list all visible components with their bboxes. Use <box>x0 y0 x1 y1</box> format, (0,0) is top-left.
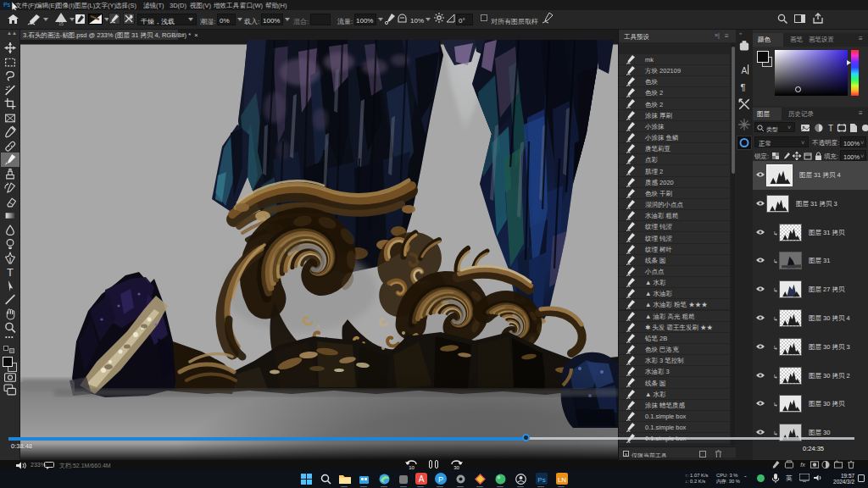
svg-text:T: T <box>7 266 14 278</box>
svg-text:P: P <box>438 475 443 484</box>
svg-text:A: A <box>742 66 748 75</box>
svg-text:¶: ¶ <box>740 82 745 92</box>
svg-text:A: A <box>419 474 425 484</box>
svg-text:Ps: Ps <box>537 476 545 484</box>
svg-text:fx: fx <box>800 461 805 469</box>
svg-text:15: 15 <box>58 21 64 25</box>
svg-text:LN: LN <box>558 476 566 484</box>
svg-text:T: T <box>828 124 833 133</box>
